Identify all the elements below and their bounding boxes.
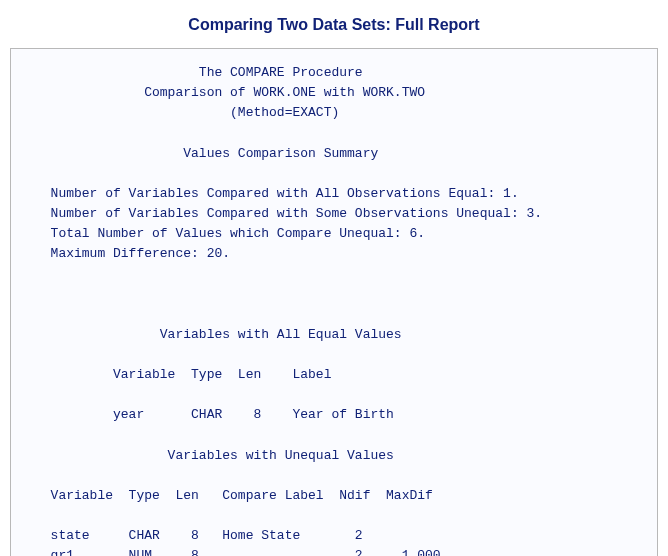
report-container: The COMPARE Procedure Comparison of WORK… bbox=[10, 48, 658, 556]
report-body: The COMPARE Procedure Comparison of WORK… bbox=[35, 63, 633, 556]
page-title: Comparing Two Data Sets: Full Report bbox=[10, 16, 658, 34]
